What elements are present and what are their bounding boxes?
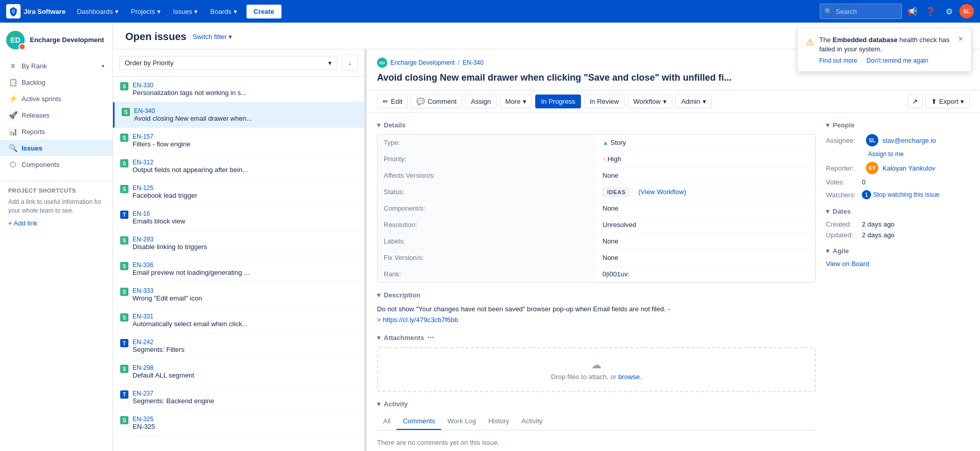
- issue-list-item[interactable]: T EN-16 Emails block view: [113, 205, 364, 231]
- detail-main: Details Type: ▲ Story Priority: ↑: [377, 121, 816, 451]
- attachments-more-button[interactable]: ···: [427, 333, 434, 342]
- reporter-name[interactable]: Kaloyan Yankulov: [882, 164, 935, 172]
- reports-icon: 📊: [8, 127, 17, 136]
- description-section-title[interactable]: Description: [377, 291, 816, 299]
- issue-list-item[interactable]: S EN-333 Wrong "Edit email" icon: [113, 282, 364, 308]
- issue-list-item[interactable]: S EN-325 EN-325: [113, 410, 364, 436]
- tab-comments[interactable]: Comments: [397, 413, 441, 430]
- assignee-name[interactable]: slav@encharge.io: [882, 137, 936, 144]
- issues-icon: 🔍: [8, 144, 17, 152]
- issue-list-item[interactable]: S EN-157 Filters - flow engine: [113, 128, 364, 154]
- issue-info: EN-16 Emails block view: [133, 210, 357, 225]
- issue-list-item[interactable]: S EN-293 Disable linking to triggers: [113, 231, 364, 256]
- assign-to-me-link[interactable]: Assign to me: [868, 151, 903, 158]
- breadcrumb-issue-link[interactable]: EN-340: [463, 59, 484, 66]
- issue-list-item[interactable]: S EN-125 Facebook lead trigger: [113, 179, 364, 205]
- activity-section-title[interactable]: Activity: [377, 400, 816, 408]
- issue-info: EN-340 Avoid closing New email drawer wh…: [134, 107, 357, 122]
- issue-list-item[interactable]: S EN-336 Email preview not loading/gener…: [113, 256, 364, 282]
- details-section: Details Type: ▲ Story Priority: ↑: [377, 121, 816, 283]
- browse-link[interactable]: browse.: [618, 373, 642, 381]
- in-review-button[interactable]: In Review: [584, 95, 625, 108]
- view-on-board-link[interactable]: View on Board: [826, 260, 869, 268]
- sort-direction-button[interactable]: ↓: [342, 54, 358, 71]
- sidebar-item-components[interactable]: ⬡ Components: [0, 156, 112, 173]
- issue-type-icon: S: [120, 313, 128, 322]
- sidebar-item-issues[interactable]: 🔍 Issues: [0, 140, 112, 156]
- issue-key: EN-298: [133, 364, 357, 371]
- issue-summary: Filters - flow engine: [133, 140, 357, 148]
- issue-list-item[interactable]: S EN-330 Personalization tags not workin…: [113, 77, 364, 102]
- notifications-icon[interactable]: 📢: [904, 3, 920, 20]
- detail-sidebar: People Assignee: SL slav@encharge.io Ass…: [826, 121, 970, 451]
- in-progress-button[interactable]: In Progress: [535, 95, 580, 108]
- share-button[interactable]: ↗: [908, 95, 922, 108]
- attachments-section-title[interactable]: Attachments ···: [377, 334, 816, 342]
- order-by-select[interactable]: Order by Priority: [119, 56, 337, 70]
- nav-boards[interactable]: Boards: [205, 5, 242, 18]
- dates-section-title[interactable]: Dates: [826, 208, 970, 215]
- sidebar-item-backlog[interactable]: 📋 Backlog: [0, 74, 112, 90]
- find-out-more-link[interactable]: Find out more: [819, 57, 857, 64]
- dont-remind-link[interactable]: Don't remind me again: [866, 57, 928, 64]
- attachments-drop-zone[interactable]: ☁ Drop files to attach, or browse.: [377, 347, 816, 392]
- labels-value: None: [596, 233, 815, 250]
- admin-button[interactable]: Admin: [675, 95, 712, 108]
- search-box[interactable]: 🔍 Search: [820, 4, 902, 19]
- project-shortcuts: PROJECT SHORTCUTS Add a link to useful i…: [0, 181, 112, 233]
- assign-button[interactable]: Assign: [465, 95, 497, 108]
- export-button[interactable]: ⬆ Export: [926, 95, 970, 108]
- project-avatar: ED: [6, 31, 25, 49]
- nav-projects[interactable]: Projects: [126, 5, 166, 18]
- sidebar-item-byrank[interactable]: ≡ By Rank: [0, 58, 112, 74]
- issue-info: EN-333 Wrong "Edit email" icon: [133, 287, 357, 302]
- tab-work-log[interactable]: Work Log: [441, 413, 482, 430]
- issue-list-item[interactable]: S EN-298 Default ALL segment: [113, 359, 364, 385]
- people-section-title[interactable]: People: [826, 121, 970, 129]
- issue-type-icon: T: [120, 339, 128, 347]
- user-avatar[interactable]: SL: [959, 4, 974, 18]
- app-logo[interactable]: Jira Software: [6, 4, 66, 18]
- create-button[interactable]: Create: [247, 5, 281, 18]
- view-workflow-link[interactable]: (View Workflow): [632, 184, 692, 200]
- details-chevron-icon: [377, 121, 381, 129]
- help-icon[interactable]: ❓: [922, 3, 939, 20]
- issue-type-icon: S: [120, 236, 128, 245]
- breadcrumb-project: ED Encharge Development: [377, 58, 455, 68]
- issue-summary: Emails block view: [133, 217, 357, 225]
- tab-all[interactable]: All: [377, 413, 397, 430]
- issue-list-item[interactable]: T EN-237 Segments: Backend engine: [113, 385, 364, 410]
- tab-activity[interactable]: Activity: [515, 413, 549, 430]
- export-chevron-icon: [960, 98, 964, 105]
- sidebar-item-active-sprints[interactable]: ⚡ Active sprints: [0, 90, 112, 107]
- workflow-button[interactable]: Workflow: [628, 95, 672, 108]
- workflow-chevron-icon: [663, 98, 667, 105]
- more-button[interactable]: More: [500, 95, 533, 108]
- comment-button[interactable]: 💬 Comment: [411, 95, 462, 108]
- tab-history[interactable]: History: [482, 413, 515, 430]
- details-section-title[interactable]: Details: [377, 121, 816, 129]
- edit-button[interactable]: ✏ Edit: [377, 95, 408, 108]
- stop-watching-link[interactable]: Stop watching this issue: [873, 191, 939, 198]
- issue-title: Avoid closing New email drawer when clic…: [377, 72, 970, 84]
- add-link-button[interactable]: + Add link: [8, 219, 104, 227]
- issue-list-panel: Order by Priority ↓ S EN-330 Personaliza…: [113, 49, 365, 451]
- nav-issues[interactable]: Issues: [168, 5, 203, 18]
- status-badge: IDEAS: [602, 187, 630, 197]
- settings-icon[interactable]: ⚙: [941, 3, 957, 20]
- more-chevron-icon: [523, 98, 526, 105]
- issue-type-icon: S: [120, 185, 128, 193]
- sidebar-item-reports[interactable]: 📊 Reports: [0, 123, 112, 140]
- nav-dashboards[interactable]: Dashboards: [72, 5, 124, 18]
- issue-list-item[interactable]: S EN-331 Automatically select email when…: [113, 308, 364, 333]
- breadcrumb-project-link[interactable]: Encharge Development: [390, 59, 455, 66]
- notification-close-button[interactable]: ×: [958, 34, 963, 64]
- sidebar-item-releases[interactable]: 🚀 Releases: [0, 107, 112, 123]
- description-link[interactable]: > https://cl.ly/479c3cb7f6bb: [377, 316, 458, 324]
- issue-list-item[interactable]: S EN-312 Output fields not appearing aft…: [113, 154, 364, 179]
- agile-section-title[interactable]: Agile: [826, 247, 970, 255]
- issue-info: EN-336 Email preview not loading/generat…: [133, 261, 357, 276]
- issue-list-item[interactable]: T EN-242 Segments: Filters: [113, 333, 364, 359]
- switch-filter-button[interactable]: Switch filter: [193, 33, 232, 41]
- issue-list-item[interactable]: S EN-340 Avoid closing New email drawer …: [113, 102, 364, 128]
